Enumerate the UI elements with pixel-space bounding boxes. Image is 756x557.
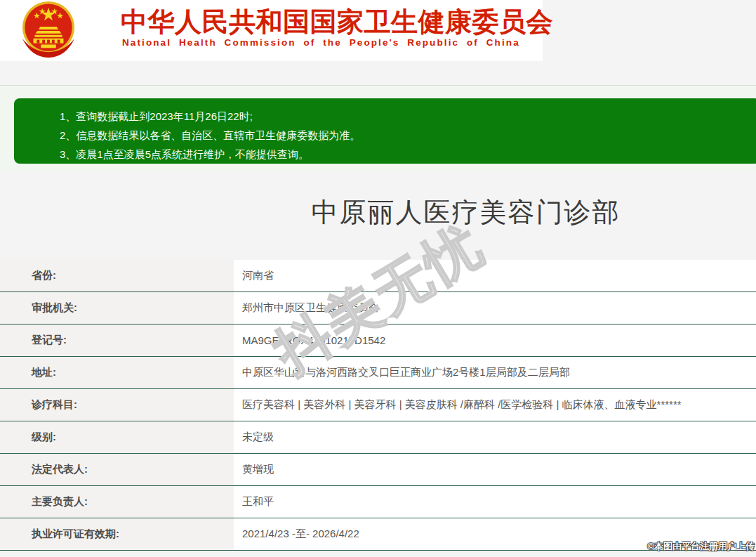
footer-upload-watermark: ©本图由平台注册用户上传 <box>647 540 755 553</box>
field-label: 审批机关: <box>0 292 234 324</box>
header-title-chinese: 中华人民共和国国家卫生健康委员会 <box>121 4 553 40</box>
table-row: 主要负责人:王和平 <box>0 486 756 518</box>
table-row: 地址:中原区华山路与洛河西路交叉口巨正商业广场2号楼1层局部及二层局部 <box>0 357 756 389</box>
prc-national-emblem-icon <box>6 1 91 58</box>
institution-name-title: 中原丽人医疗美容门诊部 <box>0 194 756 230</box>
field-value: MA9GE1RGX41010217D1542 <box>234 325 756 356</box>
field-label: 诊疗科目: <box>0 389 234 421</box>
notice-line-3: 3、凌晨1点至凌晨5点系统进行维护，不能提供查询。 <box>60 145 746 164</box>
field-label: 法定代表人: <box>0 454 234 485</box>
field-value: 郑州市中原区卫生健康委员会 <box>234 292 756 324</box>
license-query-result-page: 中华人民共和国国家卫生健康委员会 National Health Commiss… <box>0 0 756 557</box>
table-row: 法定代表人:黄增现 <box>0 454 756 486</box>
field-value: 黄增现 <box>234 454 756 485</box>
field-value: 医疗美容科 | 美容外科 | 美容牙科 | 美容皮肤科 /麻醉科 /医学检验科 … <box>234 389 756 421</box>
field-value: 河南省 <box>234 260 756 291</box>
table-row: 级别:未定级 <box>0 421 756 454</box>
field-label: 省份: <box>0 260 234 291</box>
field-label: 级别: <box>0 421 234 453</box>
field-value: 中原区华山路与洛河西路交叉口巨正商业广场2号楼1层局部及二层局部 <box>234 357 756 388</box>
table-row: 诊疗科目:医疗美容科 | 美容外科 | 美容牙科 | 美容皮肤科 /麻醉科 /医… <box>0 389 756 421</box>
table-row: 执业许可证有效期:2021/4/23 -至- 2026/4/22 <box>0 518 756 551</box>
table-row: 省份:河南省 <box>0 260 756 292</box>
table-row: 登记号:MA9GE1RGX41010217D1542 <box>0 325 756 357</box>
notice-box: 1、查询数据截止到2023年11月26日22时; 2、信息数据结果以各省、自治区… <box>14 98 756 164</box>
field-label: 执业许可证有效期: <box>0 518 234 550</box>
notice-section: 1、查询数据截止到2023年11月26日22时; 2、信息数据结果以各省、自治区… <box>0 86 756 171</box>
notice-line-2: 2、信息数据结果以各省、自治区、直辖市卫生健康委数据为准。 <box>60 126 746 145</box>
site-header: 中华人民共和国国家卫生健康委员会 National Health Commiss… <box>0 0 543 61</box>
field-value: 未定级 <box>234 421 756 453</box>
institution-info-table: 省份:河南省审批机关:郑州市中原区卫生健康委员会登记号:MA9GE1RGX410… <box>0 260 756 551</box>
field-label: 登记号: <box>0 325 234 356</box>
table-row: 审批机关:郑州市中原区卫生健康委员会 <box>0 292 756 325</box>
header-title-english: National Health Commission of the People… <box>122 37 520 48</box>
field-label: 主要负责人: <box>0 486 234 518</box>
notice-line-1: 1、查询数据截止到2023年11月26日22时; <box>60 107 746 126</box>
field-value: 王和平 <box>234 486 756 518</box>
field-label: 地址: <box>0 357 234 388</box>
